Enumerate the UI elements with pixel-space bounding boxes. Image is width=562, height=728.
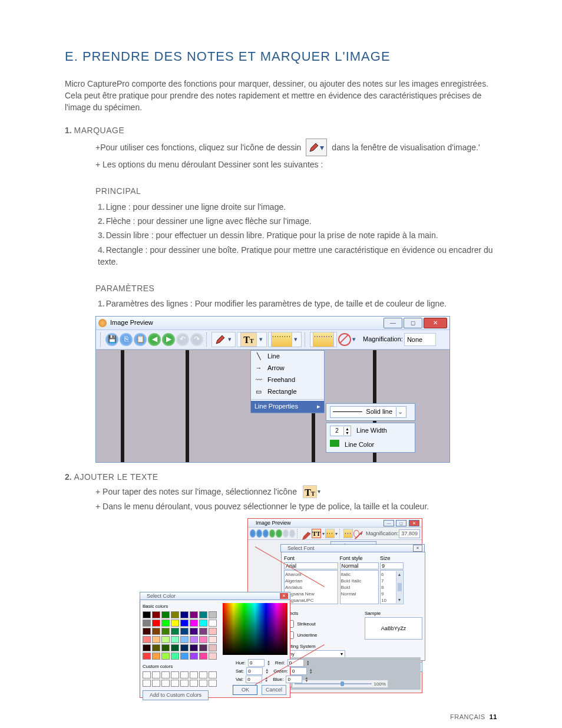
save-icon[interactable]: 💾 xyxy=(105,333,118,346)
scrollbar[interactable]: ▲▼ xyxy=(396,571,402,603)
color-swatch[interactable] xyxy=(143,644,151,651)
menu-freehand[interactable]: 〰 Freehand xyxy=(251,374,324,386)
menu-arrow[interactable]: → Arrow xyxy=(251,363,324,374)
color-swatch[interactable] xyxy=(199,628,207,635)
color-swatch[interactable] xyxy=(161,644,170,651)
line-color-swatch[interactable] xyxy=(330,440,339,447)
font-style-input[interactable] xyxy=(340,562,379,569)
add-custom-color-button[interactable]: Add to Custom Colors xyxy=(143,690,209,700)
color-swatch[interactable] xyxy=(171,636,179,643)
cancel-icon[interactable] xyxy=(353,530,359,538)
color-swatch[interactable] xyxy=(209,636,217,643)
color-swatch[interactable] xyxy=(152,644,160,651)
measure-tool-button[interactable]: ▾ xyxy=(268,332,302,347)
magnification-value[interactable]: 37.809 xyxy=(399,529,420,538)
draw-tool-button[interactable]: ▾ xyxy=(211,332,236,347)
color-swatch[interactable] xyxy=(161,628,170,635)
line-style-select[interactable]: Solid line ⌄ xyxy=(330,406,406,418)
pencil-icon[interactable] xyxy=(300,530,308,537)
close-button[interactable]: ✕ xyxy=(424,318,447,328)
color-swatch[interactable] xyxy=(143,620,151,627)
prev-icon[interactable]: ◀ xyxy=(148,333,161,346)
color-swatch[interactable] xyxy=(143,611,151,618)
magnification-input[interactable] xyxy=(407,336,433,343)
redo-icon[interactable] xyxy=(289,529,295,538)
minimize-button[interactable]: — xyxy=(384,318,402,328)
zoom-slider[interactable] xyxy=(295,683,372,684)
font-list[interactable]: AharoniAlgerianAndalusAngsana NewAngsana… xyxy=(284,570,338,604)
color-swatch[interactable] xyxy=(152,628,160,635)
color-swatch[interactable] xyxy=(209,628,217,635)
color-swatch[interactable] xyxy=(180,653,189,660)
color-swatch[interactable] xyxy=(190,628,198,635)
color-swatch[interactable] xyxy=(171,644,179,651)
color-swatch[interactable] xyxy=(143,653,151,660)
ruler-icon[interactable] xyxy=(325,529,335,538)
color-swatch[interactable] xyxy=(152,611,160,618)
color-swatch[interactable] xyxy=(180,628,189,635)
calibration-button[interactable] xyxy=(310,332,337,347)
color-swatch[interactable] xyxy=(209,644,217,651)
custom-color-row[interactable] xyxy=(143,680,217,687)
color-swatch[interactable] xyxy=(199,620,207,627)
calibration-icon[interactable] xyxy=(343,529,353,538)
text-tool-button[interactable]: TT xyxy=(312,529,321,538)
color-swatch[interactable] xyxy=(199,611,207,618)
color-swatch[interactable] xyxy=(209,620,217,627)
color-swatch[interactable] xyxy=(161,636,170,643)
clipboard-icon[interactable] xyxy=(263,529,269,538)
clipboard-icon[interactable]: 📋 xyxy=(134,333,147,346)
size-list[interactable]: 678910111214 ▲▼ xyxy=(380,570,404,604)
menu-rectangle[interactable]: ▭ Rectangle xyxy=(251,386,324,398)
color-palette[interactable] xyxy=(143,611,217,660)
color-swatch[interactable] xyxy=(190,620,198,627)
color-swatch[interactable] xyxy=(180,611,189,618)
menu-line-properties[interactable]: Line Properties ▸ xyxy=(251,401,324,413)
prev-icon[interactable] xyxy=(269,529,275,538)
next-icon[interactable] xyxy=(276,529,282,538)
color-swatch[interactable] xyxy=(152,620,160,627)
color-swatch[interactable] xyxy=(209,611,217,618)
color-swatch[interactable] xyxy=(180,644,189,651)
undo-icon[interactable] xyxy=(283,529,289,538)
color-swatch[interactable] xyxy=(161,611,170,618)
rgb-input[interactable] xyxy=(286,676,302,683)
copy-icon[interactable] xyxy=(256,529,262,538)
close-button[interactable]: ✕ xyxy=(280,593,288,599)
color-swatch[interactable] xyxy=(171,653,179,660)
color-swatch[interactable] xyxy=(152,636,160,643)
color-swatch[interactable] xyxy=(161,653,170,660)
color-swatch[interactable] xyxy=(190,636,198,643)
undo-icon[interactable]: ↶ xyxy=(176,333,189,346)
font-size-input[interactable] xyxy=(380,562,404,569)
color-gradient-picker[interactable] xyxy=(223,603,287,655)
chevron-down-icon[interactable]: ▾ xyxy=(352,335,357,344)
color-swatch[interactable] xyxy=(152,653,160,660)
cancel-button[interactable]: Cancel xyxy=(262,685,286,695)
color-swatch[interactable] xyxy=(199,653,207,660)
text-tool-button[interactable]: TT ▾ xyxy=(237,332,267,347)
cancel-icon[interactable] xyxy=(338,333,351,346)
copy-icon[interactable]: ⎘ xyxy=(120,333,133,346)
color-swatch[interactable] xyxy=(143,628,151,635)
color-swatch[interactable] xyxy=(180,636,189,643)
color-swatch[interactable] xyxy=(199,636,207,643)
ok-button[interactable]: OK xyxy=(233,685,257,695)
line-width-stepper[interactable]: ▲▼ xyxy=(330,426,351,436)
custom-color-row[interactable] xyxy=(143,671,217,678)
hsv-input[interactable] xyxy=(248,659,265,667)
next-icon[interactable]: ▶ xyxy=(162,333,175,346)
image-canvas[interactable]: ╲ Line → Arrow 〰 Freehand ▭ Rectangle L xyxy=(96,350,449,462)
redo-icon[interactable]: ↷ xyxy=(190,333,203,346)
save-icon[interactable] xyxy=(250,529,256,538)
color-swatch[interactable] xyxy=(199,644,207,651)
color-swatch[interactable] xyxy=(171,628,179,635)
color-swatch[interactable] xyxy=(171,611,179,618)
color-swatch[interactable] xyxy=(190,611,198,618)
color-swatch[interactable] xyxy=(143,636,151,643)
close-button[interactable]: ✕ xyxy=(409,520,419,526)
maximize-button[interactable]: ◻ xyxy=(404,318,422,328)
rgb-input[interactable] xyxy=(290,667,307,675)
color-swatch[interactable] xyxy=(180,620,189,627)
maximize-button[interactable]: ◻ xyxy=(396,520,406,526)
